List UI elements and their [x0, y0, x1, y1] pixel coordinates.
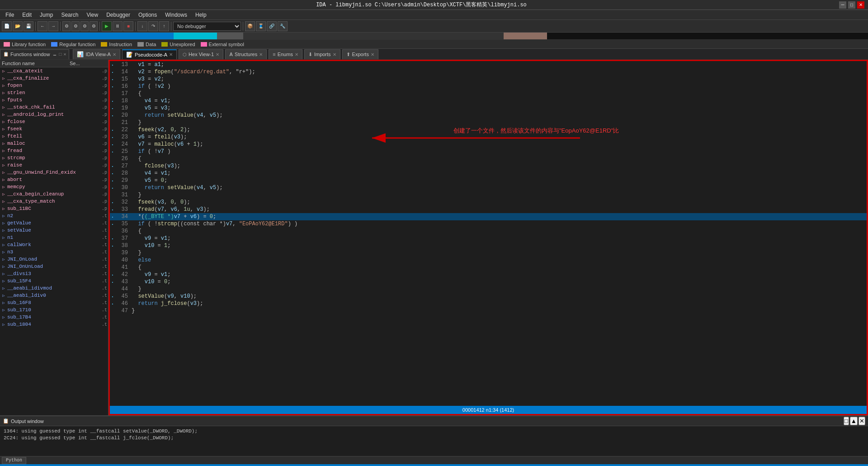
code-line[interactable]: •25 if ( !v7 ) — [110, 148, 867, 155]
tab-imports-close[interactable]: ✕ — [333, 52, 336, 57]
threads-button[interactable]: 🧵 — [256, 21, 266, 31]
output-close-btn[interactable]: ✕ — [859, 417, 865, 425]
func-item[interactable]: ▷ n3 .t — [0, 248, 108, 256]
code-line[interactable]: •24 v7 = malloc(v6 + 1); — [110, 141, 867, 148]
extra-btn[interactable]: 🔧 — [278, 21, 288, 31]
func-item[interactable]: ▷ callWork .t — [0, 241, 108, 248]
func-item[interactable]: ▷ n2 .t — [0, 212, 108, 219]
save-button[interactable]: 💾 — [24, 21, 33, 31]
func-item[interactable]: ▷ ftell .p — [0, 133, 108, 140]
func-item[interactable]: ▷ __gnu_Unwind_Find_exidx .p — [0, 169, 108, 176]
tab-structures-close[interactable]: ✕ — [259, 52, 263, 57]
code-line[interactable]: 41 { — [110, 264, 867, 271]
functions-window-pin[interactable]: 🗕 — [52, 52, 57, 57]
step-out[interactable]: ↑ — [159, 21, 169, 31]
code-line[interactable]: 26 { — [110, 155, 867, 162]
functions-window-tab[interactable]: 📋 Functions window 🗕 □ ✕ — [0, 49, 69, 59]
func-item[interactable]: ▷ JNI_OnUnLoad .t — [0, 263, 108, 270]
modules-button[interactable]: 📦 — [245, 21, 255, 31]
tab-ida-view[interactable]: 📊 IDA View-A ✕ — [73, 49, 120, 59]
output-max-btn[interactable]: ▲ — [850, 417, 858, 425]
func-item[interactable]: ▷ __cxa_atexit .p — [0, 67, 108, 75]
func-item[interactable]: ▷ setValue .t — [0, 227, 108, 234]
code-line[interactable]: 39 } — [110, 249, 867, 257]
func-item[interactable]: ▷ __aeabi_ldiv0 .t — [0, 292, 108, 299]
func-item[interactable]: ▷ strcmp .p — [0, 154, 108, 162]
func-item[interactable]: ▷ sub_16F8 .t — [0, 299, 108, 306]
code-line[interactable]: 36 { — [110, 228, 867, 235]
code-line[interactable]: •16 if ( !v2 ) — [110, 83, 867, 90]
code-line[interactable]: •18 v4 = v1; — [110, 97, 867, 105]
func-item[interactable]: ▷ JNI_OnLoad .t — [0, 256, 108, 263]
debugger-select[interactable]: No debugger — [173, 22, 241, 31]
menu-help[interactable]: Help — [192, 11, 210, 19]
code-line[interactable]: •37 v9 = v1; — [110, 235, 867, 242]
tool-btn-4[interactable]: ⚙ — [90, 21, 98, 31]
minimize-button[interactable]: ─ — [839, 1, 846, 9]
code-line[interactable]: •13 v1 = a1; — [110, 61, 867, 68]
open-button[interactable]: 📂 — [13, 21, 23, 31]
python-tab[interactable]: Python — [2, 457, 26, 464]
tab-enums[interactable]: ≡ Enums ✕ — [269, 49, 302, 59]
code-line[interactable]: •35 if ( !strcmp((const char *)v7, "EoPA… — [110, 220, 867, 228]
step-over[interactable]: ↷ — [148, 21, 158, 31]
code-line[interactable]: •28 v4 = v1; — [110, 170, 867, 177]
code-line[interactable]: •19 v5 = v3; — [110, 105, 867, 112]
menu-options[interactable]: Options — [135, 11, 160, 19]
tab-structures[interactable]: A Structures ✕ — [225, 49, 267, 59]
code-line[interactable]: 40 else — [110, 257, 867, 264]
func-item[interactable]: ▷ getValue .t — [0, 219, 108, 227]
func-item[interactable]: ▷ raise .p — [0, 162, 108, 169]
code-line[interactable]: •34 *((_BYTE *)v7 + v6) = 0; — [110, 213, 867, 220]
tool-btn-2[interactable]: ⚙ — [71, 21, 80, 31]
func-item[interactable]: ▷ fputs .p — [0, 96, 108, 104]
pause-button[interactable]: ⏸ — [113, 21, 123, 31]
func-item[interactable]: ▷ __cxa_finalize .p — [0, 75, 108, 82]
func-item[interactable]: ▷ sub_15F4 .t — [0, 277, 108, 285]
func-item[interactable]: ▷ sub_1710 .t — [0, 306, 108, 314]
func-item[interactable]: ▷ fclose .p — [0, 118, 108, 125]
func-item[interactable]: ▷ __cxa_type_match .p — [0, 198, 108, 205]
code-line[interactable]: 44 } — [110, 285, 867, 293]
tab-exports[interactable]: ⬆ Exports ✕ — [342, 49, 378, 59]
menu-jump[interactable]: Jump — [36, 11, 57, 19]
new-button[interactable]: 📄 — [2, 21, 12, 31]
tab-enums-close[interactable]: ✕ — [295, 52, 298, 57]
code-line[interactable]: •29 v5 = 0; — [110, 177, 867, 184]
code-line[interactable]: •43 v10 = 0; — [110, 278, 867, 285]
tab-imports[interactable]: ⬇ Imports ✕ — [304, 49, 340, 59]
code-line[interactable]: •22 fseek(v2, 0, 2); — [110, 126, 867, 133]
func-item[interactable]: ▷ fseek .p — [0, 125, 108, 133]
func-item[interactable]: ▷ __stack_chk_fail .p — [0, 104, 108, 111]
code-line[interactable]: •45 setValue(v9, v10); — [110, 293, 867, 300]
menu-edit[interactable]: Edit — [19, 11, 35, 19]
tool-btn-1[interactable]: ⚙ — [62, 21, 71, 31]
tab-pseudocode[interactable]: 📝 Pseudocode-A ✕ — [122, 49, 177, 59]
func-item[interactable]: ▷ fread .p — [0, 147, 108, 154]
code-line[interactable]: 21 } — [110, 119, 867, 126]
functions-window-float[interactable]: □ — [59, 52, 61, 57]
stop-button[interactable]: ■ — [123, 21, 133, 31]
connect-button[interactable]: 🔗 — [267, 21, 277, 31]
func-item[interactable]: ▷ malloc .p — [0, 140, 108, 147]
func-item[interactable]: ▷ memcpy .p — [0, 183, 108, 190]
func-item[interactable]: ▷ sub_11BC .p — [0, 205, 108, 212]
code-line[interactable]: •46 return j_fclose(v3); — [110, 300, 867, 307]
func-item[interactable]: ▷ strlen .p — [0, 89, 108, 96]
code-line[interactable]: •14 v2 = fopen("/sdcard/reg.dat", "r+"); — [110, 68, 867, 76]
step-into[interactable]: ↓ — [137, 21, 147, 31]
func-item[interactable]: ▷ __aeabi_idivmod .t — [0, 285, 108, 292]
close-button[interactable]: ✕ — [857, 1, 864, 9]
code-line[interactable]: 17 { — [110, 90, 867, 97]
menu-debugger[interactable]: Debugger — [103, 11, 134, 19]
back-button[interactable]: ← — [38, 21, 47, 31]
code-line[interactable]: •33 fread(v7, v6, 1u, v3); — [110, 206, 867, 213]
tab-pseudocode-close[interactable]: ✕ — [169, 52, 173, 57]
func-item[interactable]: ▷ sub_1804 .t — [0, 321, 108, 328]
code-line[interactable]: •38 v10 = 1; — [110, 242, 867, 249]
code-line[interactable]: •27 fclose(v3); — [110, 162, 867, 170]
func-item[interactable]: ▷ fopen .p — [0, 82, 108, 89]
output-float-btn[interactable]: □ — [844, 417, 849, 425]
code-line[interactable]: •20 return setValue(v4, v5); — [110, 112, 867, 119]
code-line[interactable]: •30 return setValue(v4, v5); — [110, 184, 867, 191]
